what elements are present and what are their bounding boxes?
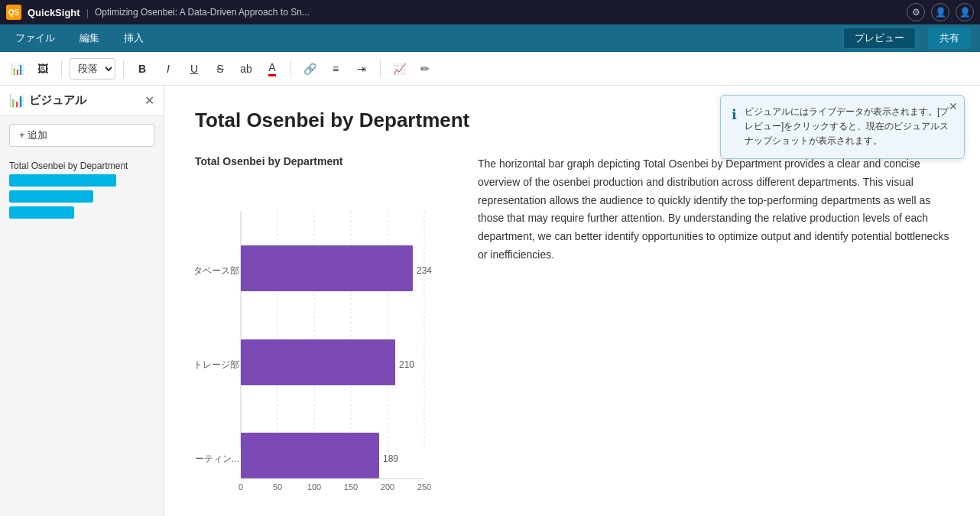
svg-text:189: 189 <box>383 453 398 464</box>
image-icon-btn[interactable]: 🖼 <box>32 58 54 80</box>
tooltip-info-icon: ℹ <box>732 106 737 149</box>
settings-icon[interactable]: ⚙ <box>907 3 925 21</box>
align-btn[interactable]: ≡ <box>325 58 346 80</box>
menu-insert[interactable]: 挿入 <box>118 28 150 48</box>
account-icon[interactable]: 👤 <box>956 3 974 21</box>
svg-text:50: 50 <box>273 482 282 492</box>
bar-chart: データベース部 234 ストレージ部 210 コンピューティン... 189 0 <box>195 177 455 505</box>
toolbar: 📊 🖼 段落 B I U S ab A 🔗 ≡ ⇥ 📈 ✏ <box>0 52 980 86</box>
sidebar-panel: 📊 ビジュアル ✕ + 追加 Total Osenbei by Departme… <box>0 86 164 516</box>
paragraph-select[interactable]: 段落 <box>70 58 115 80</box>
chart-title: Total Osenbei by Department <box>195 155 455 167</box>
pen-btn[interactable]: ✏ <box>414 58 436 80</box>
title-separator: | <box>86 7 89 18</box>
sidebar-close-btn[interactable]: ✕ <box>144 93 154 108</box>
color-btn[interactable]: A <box>261 58 283 80</box>
chart-description: The horizontal bar graph depicting Total… <box>478 155 949 264</box>
svg-rect-7 <box>241 245 413 291</box>
link-btn[interactable]: 🔗 <box>299 58 320 80</box>
svg-text:210: 210 <box>399 359 414 370</box>
visual-item-label: Total Osenbei by Department <box>9 161 154 171</box>
svg-rect-10 <box>241 339 395 385</box>
toolbar-sep-1 <box>61 60 62 78</box>
visual-bar-2 <box>9 190 93 203</box>
svg-text:0: 0 <box>239 482 243 492</box>
svg-text:データベース部: データベース部 <box>195 265 239 276</box>
visual-bar-3 <box>9 206 74 219</box>
title-bar: QS QuickSight | Optimizing Osenbei: A Da… <box>0 0 980 24</box>
menu-bar: ファイル 編集 挿入 プレビュー 共有 <box>0 24 980 52</box>
sidebar-header: 📊 ビジュアル ✕ <box>0 86 164 116</box>
svg-text:100: 100 <box>307 482 321 492</box>
tooltip-text: ビジュアルにはライブデータが表示されます。[プレビュー]をクリックすると、現在の… <box>745 105 953 149</box>
highlight-btn[interactable]: ab <box>235 58 257 80</box>
user-icon[interactable]: 👤 <box>931 3 949 21</box>
chart-section: Total Osenbei by Department データベース部 234 <box>195 155 949 508</box>
main-layout: 📊 ビジュアル ✕ + 追加 Total Osenbei by Departme… <box>0 86 980 516</box>
tooltip-overlay: ℹ ビジュアルにはライブデータが表示されます。[プレビュー]をクリックすると、現… <box>720 95 965 159</box>
svg-rect-13 <box>241 433 379 479</box>
titlebar-icons: ⚙ 👤 👤 <box>907 3 974 21</box>
svg-text:200: 200 <box>381 482 394 492</box>
svg-text:ストレージ部: ストレージ部 <box>195 359 239 370</box>
toolbar-sep-4 <box>380 60 381 78</box>
sidebar-title: ビジュアル <box>29 93 144 108</box>
menu-file[interactable]: ファイル <box>9 28 61 48</box>
toolbar-sep-2 <box>123 60 124 78</box>
add-visual-button[interactable]: + 追加 <box>9 124 154 147</box>
share-button[interactable]: 共有 <box>928 28 971 49</box>
content-area: ℹ ビジュアルにはライブデータが表示されます。[プレビュー]をクリックすると、現… <box>164 86 980 516</box>
svg-text:234: 234 <box>417 265 432 276</box>
strikethrough-btn[interactable]: S <box>209 58 231 80</box>
chart-container: Total Osenbei by Department データベース部 234 <box>195 155 455 508</box>
svg-text:150: 150 <box>344 482 358 492</box>
visual-bar-1 <box>9 174 116 187</box>
sidebar-chart-icon: 📊 <box>9 93 24 108</box>
visual-list: Total Osenbei by Department <box>0 154 164 231</box>
svg-text:コンピューティン...: コンピューティン... <box>195 453 239 464</box>
indent-btn[interactable]: ⇥ <box>351 58 372 80</box>
chart2-btn[interactable]: 📈 <box>388 58 410 80</box>
preview-button[interactable]: プレビュー <box>843 28 916 49</box>
tooltip-close-btn[interactable]: ✕ <box>949 100 958 112</box>
list-item[interactable]: Total Osenbei by Department <box>9 161 154 219</box>
toolbar-sep-3 <box>290 60 291 78</box>
quicksight-logo: QS <box>6 5 21 20</box>
underline-btn[interactable]: U <box>183 58 205 80</box>
chart-icon-btn[interactable]: 📊 <box>6 58 28 80</box>
svg-text:250: 250 <box>417 482 431 492</box>
document-title: Optimizing Osenbei: A Data-Driven Approa… <box>95 7 310 18</box>
italic-btn[interactable]: I <box>157 58 179 80</box>
app-name: QuickSight <box>28 7 80 18</box>
menu-edit[interactable]: 編集 <box>73 28 105 48</box>
bold-btn[interactable]: B <box>131 58 153 80</box>
